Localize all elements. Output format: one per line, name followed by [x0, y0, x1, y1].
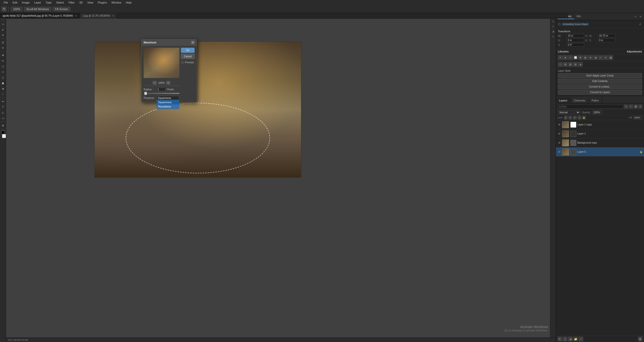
tool-stamp[interactable]: ⬡: [1, 64, 6, 69]
adj-bw[interactable]: ◑: [593, 55, 598, 60]
menu-help[interactable]: Help: [124, 1, 134, 5]
tool-gradient[interactable]: ◼: [1, 81, 6, 86]
panel-menu-icon[interactable]: ≡: [633, 15, 637, 19]
menu-image[interactable]: Image: [20, 1, 32, 5]
adj-colorbalance[interactable]: ⊕: [588, 55, 593, 60]
adj-selective-color[interactable]: ◈: [578, 62, 583, 67]
layer-vis-layer0[interactable]: 👁: [557, 150, 561, 154]
angle-input[interactable]: [567, 43, 584, 47]
new-group-btn[interactable]: 📁: [573, 337, 578, 341]
refresh-icon[interactable]: ↺: [638, 22, 642, 26]
layer-item-bgcopy[interactable]: 👁 Background copy: [556, 138, 644, 147]
tool-heal[interactable]: ✙: [1, 53, 6, 58]
layers-search-input[interactable]: [557, 104, 623, 109]
layer-vis-bgcopy[interactable]: 👁: [557, 141, 561, 145]
fill-input[interactable]: [633, 116, 642, 119]
layer-vis-layer1[interactable]: 👁: [557, 132, 561, 136]
lock-transparent-btn[interactable]: ⊡: [564, 116, 568, 119]
lock-image-btn[interactable]: ✏: [569, 116, 572, 119]
layer-item-layer1copy[interactable]: 👁 Layer 1 copy: [556, 120, 644, 129]
tool-pen[interactable]: ✒: [1, 99, 6, 104]
layers-new-btn[interactable]: +: [629, 104, 633, 109]
mini-icon-layers[interactable]: ≡: [551, 24, 555, 29]
menu-file[interactable]: File: [2, 1, 10, 5]
tab-1[interactable]: apollo fields 017 @apollofields.jpg @ 66…: [0, 13, 80, 19]
adj-gradient-map[interactable]: ▥: [573, 62, 578, 67]
tool-blur[interactable]: ◈: [1, 86, 6, 91]
menu-type[interactable]: Type: [44, 1, 54, 5]
menu-select[interactable]: Select: [54, 1, 66, 5]
lock-position-btn[interactable]: ✛: [573, 116, 577, 119]
adj-curves[interactable]: 〜: [568, 55, 573, 60]
dialog-close-btn[interactable]: ✕: [191, 41, 195, 44]
delete-layer-btn[interactable]: 🗑: [638, 337, 642, 341]
preview-checkbox[interactable]: ✓: [181, 61, 184, 64]
layer-item-layer0[interactable]: 👁 Layer 0 🔒: [556, 147, 644, 156]
adj-photo-filter[interactable]: ⬡: [598, 55, 603, 60]
blend-mode-select[interactable]: Normal: [557, 110, 580, 114]
adj-brightness[interactable]: ☀: [558, 55, 562, 60]
adj-color-lookup[interactable]: ▦: [608, 55, 613, 60]
opacity-input[interactable]: [593, 110, 603, 114]
tool-history-brush[interactable]: ↩: [1, 69, 6, 74]
tool-magic-wand[interactable]: ✦: [1, 33, 6, 38]
tool-crop[interactable]: ⊡: [1, 40, 6, 45]
layers-menu-btn[interactable]: ≡: [638, 104, 642, 109]
mini-icon-info[interactable]: ℹ: [551, 19, 555, 24]
lock-all-btn[interactable]: 🔒: [582, 116, 586, 119]
tool-eraser[interactable]: ◻: [1, 75, 6, 80]
tab-2[interactable]: 2.jpg @ 33.3% (RGB/8#) ✕: [80, 13, 117, 19]
mini-icon-adjust[interactable]: ◑: [551, 29, 555, 34]
tool-shape[interactable]: ▭: [1, 116, 6, 121]
adj-channel-mixer[interactable]: ≋: [603, 55, 608, 60]
layers-tab-paths[interactable]: Paths: [589, 97, 602, 104]
adj-posterize[interactable]: ▤: [563, 62, 568, 67]
dropdown-squareness[interactable]: Squareness: [157, 100, 179, 104]
scroll-all-windows-btn[interactable]: Scroll All Windows: [24, 7, 51, 11]
menu-3d[interactable]: 3D: [77, 1, 85, 5]
zoom-out-btn[interactable]: −: [153, 81, 157, 85]
cancel-button[interactable]: Cancel: [181, 54, 195, 59]
new-fill-adj-btn[interactable]: ◑: [568, 337, 573, 341]
tab-1-close[interactable]: ✕: [75, 15, 77, 17]
menu-filter[interactable]: Filter: [66, 1, 76, 5]
layers-tab-channels[interactable]: Channels: [571, 97, 588, 104]
tool-path-select[interactable]: ▷: [1, 110, 6, 115]
w-input[interactable]: [567, 34, 584, 38]
x-input[interactable]: [567, 38, 584, 42]
h-input[interactable]: [598, 34, 615, 38]
tool-text[interactable]: T: [1, 104, 6, 110]
zoom-input[interactable]: 100%: [11, 7, 22, 11]
lock-artboard-btn[interactable]: ▭: [578, 116, 581, 119]
adj-threshold[interactable]: ▧: [568, 62, 573, 67]
adj-exposure[interactable]: ⬜: [573, 55, 578, 60]
fit-screen-btn[interactable]: Fill Screen: [53, 7, 70, 11]
new-layer-btn[interactable]: +: [579, 337, 583, 341]
menu-edit[interactable]: Edit: [11, 1, 19, 5]
add-style-btn[interactable]: fx: [557, 337, 562, 341]
zoom-in-btn[interactable]: +: [166, 81, 170, 85]
tool-marquee[interactable]: ▭: [1, 21, 6, 27]
preserve-select[interactable]: Squareness: [156, 96, 179, 100]
tool-brush[interactable]: ✏: [1, 58, 6, 63]
tool-background-color[interactable]: [2, 134, 6, 138]
dont-apply-layer-btn[interactable]: Don't Apply Layer Comp: [558, 73, 642, 78]
layers-tab-layers[interactable]: Layers: [556, 97, 571, 104]
menu-plugins[interactable]: Plugins: [96, 1, 109, 5]
layers-filter-btn[interactable]: ≡: [624, 104, 628, 109]
tool-dodge[interactable]: ○: [1, 92, 6, 97]
menu-layer[interactable]: Layer: [32, 1, 43, 5]
tool-lasso[interactable]: ⌀: [1, 27, 6, 32]
convert-to-layers-btn[interactable]: Convert to Layers: [558, 90, 642, 95]
dropdown-roundness[interactable]: Roundness: [157, 104, 179, 109]
layer-vis-1copy[interactable]: 👁: [557, 123, 561, 126]
radius-slider[interactable]: [144, 93, 179, 94]
panel-close-icon[interactable]: ✕: [638, 15, 642, 19]
convert-to-linked-btn[interactable]: Convert to Linked...: [558, 84, 642, 89]
edit-contents-btn[interactable]: Edit Contents: [558, 79, 642, 84]
adj-vibrance[interactable]: ❋: [578, 55, 583, 60]
tab-2-close[interactable]: ✕: [112, 15, 114, 17]
menu-view[interactable]: View: [85, 1, 95, 5]
adj-invert[interactable]: ◻: [558, 62, 562, 67]
adj-hsl[interactable]: ◐: [583, 55, 588, 60]
